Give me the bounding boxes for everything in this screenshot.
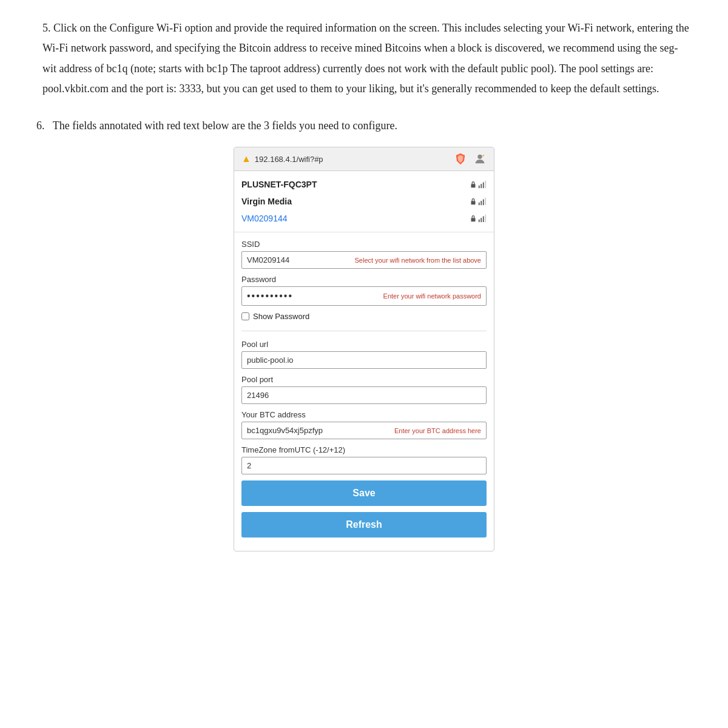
pool-url-input-row[interactable]: public-pool.io — [241, 351, 487, 369]
password-hint: Enter your wifi network password — [383, 292, 481, 300]
svg-rect-15 — [483, 217, 484, 223]
pool-port-label: Pool port — [241, 375, 487, 384]
network-name-virgin: Virgin Media — [241, 197, 292, 206]
timezone-input-row[interactable]: 2 — [241, 457, 487, 474]
pool-url-label: Pool url — [241, 340, 487, 349]
step5-text: 5. Click on the Configure Wi-Fi option a… — [36, 18, 692, 99]
step6-text: The fields annotated with red text below… — [53, 120, 397, 132]
svg-rect-16 — [485, 215, 486, 222]
pool-url-value: public-pool.io — [247, 356, 481, 365]
wifi-header-bar: ▲ 192.168.4.1/wifi?#p — [234, 147, 494, 171]
btc-address-value: bc1qgxu9v54xj5pzfyp — [247, 426, 389, 435]
svg-rect-2 — [471, 184, 476, 188]
wifi-config-panel: ▲ 192.168.4.1/wifi?#p PLUSNET-F — [234, 147, 494, 551]
network-item-vm: VM0209144 — [241, 210, 487, 227]
password-label: Password — [241, 275, 487, 284]
lock-icon-plusnet — [470, 180, 477, 189]
svg-rect-6 — [485, 181, 486, 188]
network-signal-vm — [470, 214, 487, 223]
step6-number: 6. — [36, 120, 45, 132]
lock-icon-vm — [470, 214, 477, 223]
ssid-label: SSID — [241, 240, 487, 249]
address-bar-area: ▲ 192.168.4.1/wifi?#p — [241, 153, 323, 164]
svg-rect-11 — [485, 198, 486, 205]
timezone-value: 2 — [247, 461, 481, 470]
lock-icon-virgin — [470, 197, 477, 206]
profile-icon — [473, 152, 487, 166]
btc-address-hint: Enter your BTC address here — [394, 427, 481, 434]
svg-point-0 — [477, 155, 482, 159]
network-item-virgin: Virgin Media — [241, 193, 487, 210]
network-name-plusnet: PLUSNET-FQC3PT — [241, 180, 317, 189]
save-button[interactable]: Save — [241, 480, 487, 506]
svg-rect-14 — [480, 218, 482, 223]
step6-heading: 6. The fields annotated with red text be… — [36, 116, 692, 136]
address-bar-text: 192.168.4.1/wifi?#p — [255, 155, 323, 164]
signal-icon-plusnet — [478, 180, 487, 189]
pool-port-input-row[interactable]: 21496 — [241, 386, 487, 404]
network-signal-plusnet — [470, 180, 487, 189]
show-password-label[interactable]: Show Password — [253, 312, 309, 321]
network-item-plusnet: PLUSNET-FQC3PT — [241, 176, 487, 193]
password-value: •••••••••• — [247, 291, 379, 302]
show-password-row: Show Password — [241, 312, 487, 321]
svg-rect-7 — [471, 201, 476, 205]
svg-rect-8 — [479, 203, 480, 205]
svg-rect-5 — [483, 183, 484, 189]
signal-icon-virgin — [478, 197, 487, 206]
signal-icon-vm — [478, 214, 487, 223]
network-signal-virgin — [470, 197, 487, 206]
wifi-config-form: SSID VM0209144 Select your wifi network … — [234, 232, 494, 551]
btc-address-input-row[interactable]: bc1qgxu9v54xj5pzfyp Enter your BTC addre… — [241, 422, 487, 439]
refresh-button[interactable]: Refresh — [241, 512, 487, 538]
ssid-value: VM0209144 — [247, 255, 350, 265]
svg-rect-10 — [483, 200, 484, 206]
svg-rect-9 — [480, 201, 482, 206]
warning-triangle-icon: ▲ — [241, 153, 251, 164]
btc-address-label: Your BTC address — [241, 410, 487, 419]
pool-port-value: 21496 — [247, 391, 481, 400]
wifi-network-list: PLUSNET-FQC3PT Virgin Media — [234, 171, 494, 232]
timezone-label: TimeZone fromUTC (-12/+12) — [241, 445, 487, 454]
svg-rect-13 — [479, 220, 480, 222]
svg-rect-4 — [480, 184, 482, 189]
form-divider — [241, 331, 487, 331]
ssid-hint: Select your wifi network from the list a… — [355, 257, 481, 264]
header-icons — [454, 152, 487, 166]
password-input-row[interactable]: •••••••••• Enter your wifi network passw… — [241, 286, 487, 306]
brave-icon — [454, 152, 467, 166]
svg-rect-12 — [471, 218, 476, 222]
svg-rect-3 — [479, 186, 480, 188]
network-link-vm[interactable]: VM0209144 — [241, 214, 288, 223]
show-password-checkbox[interactable] — [241, 312, 249, 320]
ssid-input-row[interactable]: VM0209144 Select your wifi network from … — [241, 251, 487, 269]
svg-marker-1 — [482, 155, 485, 157]
